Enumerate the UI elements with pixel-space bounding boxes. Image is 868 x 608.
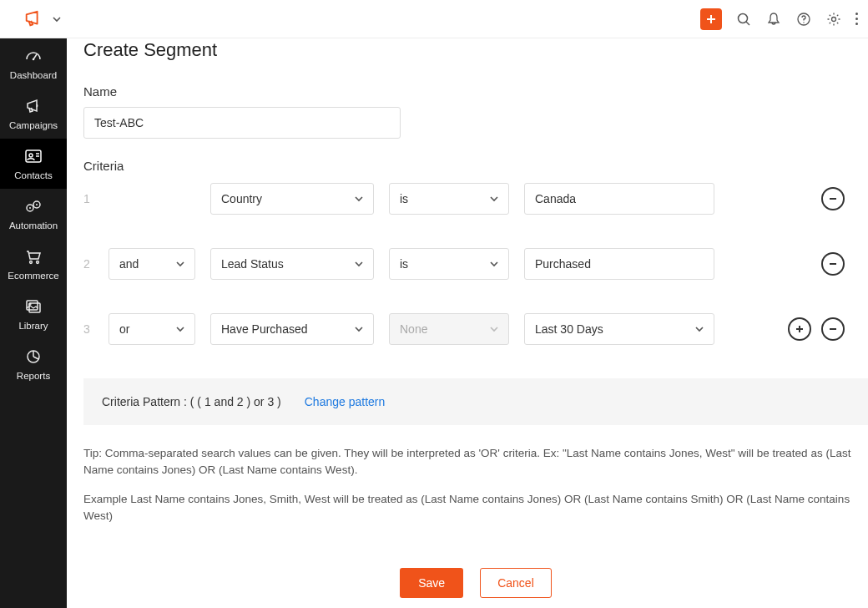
dashboard-icon xyxy=(23,47,43,65)
sidebar-item-label: Campaigns xyxy=(9,120,58,130)
svg-point-8 xyxy=(33,58,35,61)
change-pattern-link[interactable]: Change pattern xyxy=(305,395,386,408)
field-select[interactable]: Lead Status xyxy=(210,248,374,280)
row-number: 3 xyxy=(83,322,93,336)
create-button[interactable] xyxy=(700,8,722,30)
criteria-rows: 1 Country is xyxy=(83,173,868,345)
select-value: and xyxy=(119,257,139,271)
chevron-down-icon xyxy=(353,258,365,270)
row-number: 2 xyxy=(83,257,93,271)
field-select[interactable]: Have Purchased xyxy=(210,313,374,345)
svg-point-6 xyxy=(832,17,836,21)
logic-select[interactable]: or xyxy=(108,313,195,345)
select-value: is xyxy=(400,257,408,271)
sidebar-item-campaigns[interactable]: Campaigns xyxy=(0,89,67,139)
svg-rect-20 xyxy=(27,301,38,310)
svg-point-10 xyxy=(29,154,33,157)
sidebar-item-ecommerce[interactable]: Ecommerce xyxy=(0,239,67,289)
reports-icon xyxy=(23,347,43,366)
value-select[interactable]: Last 30 Days xyxy=(524,313,714,345)
operator-select-disabled: None xyxy=(389,313,509,345)
sidebar-item-label: Reports xyxy=(17,371,50,381)
criteria-row: 2 and Lead Status is xyxy=(83,248,868,280)
cart-icon xyxy=(23,247,43,266)
page-title: Create Segment xyxy=(83,33,868,76)
app-switcher-chevron[interactable] xyxy=(48,11,65,28)
remove-row-button[interactable] xyxy=(821,317,845,341)
tips: Tip: Comma-separated search values can b… xyxy=(83,425,868,546)
contacts-icon xyxy=(23,147,43,165)
main: Contacts › Segments › create Create Segm… xyxy=(67,0,868,608)
more-menu-icon[interactable] xyxy=(855,13,858,25)
svg-point-18 xyxy=(37,261,39,264)
criteria-pattern-box: Criteria Pattern : ( ( 1 and 2 ) or 3 ) … xyxy=(83,378,868,425)
value-input[interactable] xyxy=(524,248,714,280)
sidebar-item-label: Library xyxy=(18,321,48,331)
name-label: Name xyxy=(83,84,868,107)
chevron-down-icon xyxy=(694,323,705,335)
svg-point-21 xyxy=(29,303,31,305)
operator-select[interactable]: is xyxy=(389,183,509,215)
chevron-down-icon xyxy=(174,323,186,335)
sidebar-item-reports[interactable]: Reports xyxy=(0,339,67,389)
automation-icon xyxy=(23,197,43,215)
criteria-row: 1 Country is xyxy=(83,183,868,215)
sidebar-item-label: Ecommerce xyxy=(8,271,58,281)
chevron-down-icon xyxy=(488,258,500,270)
tip-text: Tip: Comma-separated search values can b… xyxy=(83,445,868,479)
row-number: 1 xyxy=(83,192,93,205)
example-text: Example Last Name contains Jones, Smith,… xyxy=(83,491,868,525)
sidebar-item-dashboard[interactable]: Dashboard xyxy=(0,38,67,89)
content: Contacts › Segments › create Create Segm… xyxy=(67,0,868,608)
sidebar-item-automation[interactable]: Automation xyxy=(0,189,67,239)
bell-icon[interactable] xyxy=(765,11,782,28)
sidebar-item-label: Contacts xyxy=(14,170,52,180)
add-row-button[interactable] xyxy=(788,317,811,341)
select-value: or xyxy=(119,322,129,336)
select-value: is xyxy=(400,192,408,205)
chevron-down-icon xyxy=(353,323,365,335)
remove-row-button[interactable] xyxy=(821,252,845,276)
name-input[interactable] xyxy=(83,107,401,139)
search-icon[interactable] xyxy=(735,11,752,28)
select-value: None xyxy=(400,322,427,336)
select-value: Last 30 Days xyxy=(535,322,603,336)
sidebar-item-library[interactable]: Library xyxy=(0,289,67,339)
gear-icon[interactable] xyxy=(825,11,842,28)
sidebar-item-label: Automation xyxy=(9,220,58,231)
svg-point-17 xyxy=(30,261,33,264)
chevron-down-icon xyxy=(488,323,500,335)
megaphone-icon xyxy=(23,97,43,115)
select-value: Lead Status xyxy=(221,257,284,271)
select-value: Country xyxy=(221,192,262,205)
value-input[interactable] xyxy=(524,183,714,215)
svg-point-2 xyxy=(739,13,748,23)
criteria-row: 3 or Have Purchased None Last 30 Day xyxy=(83,313,868,345)
cancel-button[interactable]: Cancel xyxy=(480,568,552,598)
remove-row-button[interactable] xyxy=(821,187,845,210)
footer-actions: Save Cancel xyxy=(83,546,868,608)
chevron-down-icon xyxy=(353,193,365,205)
field-select[interactable]: Country xyxy=(210,183,374,215)
chevron-down-icon xyxy=(174,258,186,270)
operator-select[interactable]: is xyxy=(389,248,509,280)
app-logo xyxy=(23,9,43,29)
criteria-pattern-text: Criteria Pattern : ( ( 1 and 2 ) or 3 ) xyxy=(102,395,281,408)
logic-select[interactable]: and xyxy=(108,248,195,280)
sidebar-item-contacts[interactable]: Contacts xyxy=(0,139,67,189)
svg-point-5 xyxy=(803,22,804,23)
help-icon[interactable] xyxy=(795,11,812,28)
sidebar-item-label: Dashboard xyxy=(10,70,57,80)
criteria-label: Criteria xyxy=(83,139,868,173)
save-button[interactable]: Save xyxy=(400,568,463,598)
svg-point-16 xyxy=(36,204,38,205)
topbar xyxy=(0,0,868,38)
select-value: Have Purchased xyxy=(221,322,308,336)
chevron-down-icon xyxy=(488,193,500,205)
library-icon xyxy=(23,297,43,316)
svg-line-3 xyxy=(746,22,749,25)
sidebar: Dashboard Campaigns Contacts Automation … xyxy=(0,0,67,608)
svg-point-15 xyxy=(29,207,31,209)
